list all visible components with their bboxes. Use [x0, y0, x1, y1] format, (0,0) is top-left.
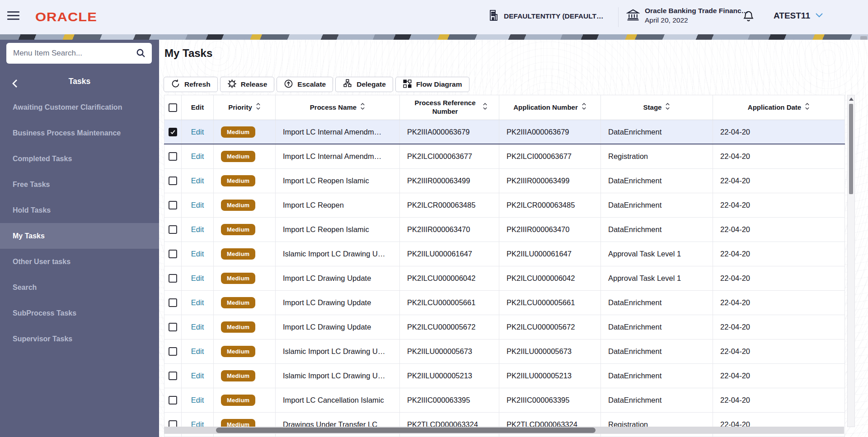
header-application-number[interactable]: Application Number: [499, 95, 601, 120]
refresh-icon: [171, 79, 180, 90]
row-checkbox[interactable]: [169, 128, 177, 136]
process-reference-cell: PK2IILU000005673: [400, 339, 499, 363]
stage-cell: DataEnrichment: [601, 364, 713, 388]
application-number-cell: PK2ILCI000063677: [499, 144, 601, 168]
header-application-date[interactable]: Application Date: [713, 95, 845, 120]
sort-icon[interactable]: [582, 102, 586, 113]
sort-icon[interactable]: [665, 102, 670, 113]
entity-label: DEFAULTENTITY (DEFAULT…: [504, 12, 603, 20]
select-all-checkbox[interactable]: [169, 103, 177, 112]
row-checkbox[interactable]: [169, 274, 177, 283]
edit-link[interactable]: Edit: [191, 298, 204, 307]
row-checkbox[interactable]: [169, 250, 177, 258]
row-checkbox[interactable]: [169, 298, 177, 307]
stage-cell: Approval Task Level 1: [601, 242, 713, 266]
sidebar-item-hold-tasks[interactable]: Hold Tasks: [0, 197, 159, 223]
edit-link[interactable]: Edit: [191, 152, 204, 161]
sidebar-item-business-process-maintenance[interactable]: Business Process Maintenance: [0, 120, 159, 146]
user-menu[interactable]: ATEST11: [774, 11, 823, 21]
stage-cell: DataEnrichment: [601, 339, 713, 363]
sort-icon[interactable]: [360, 102, 365, 113]
row-checkbox[interactable]: [169, 396, 177, 404]
tasks-table: Edit Priority Process Name Process Refer…: [164, 95, 845, 437]
sidebar-item-other-user-tasks[interactable]: Other User tasks: [0, 249, 159, 274]
edit-link[interactable]: Edit: [191, 323, 204, 331]
sidebar-item-my-tasks[interactable]: My Tasks: [0, 223, 159, 249]
flow-diagram-button[interactable]: Flow Diagram: [395, 77, 469, 92]
application-date-cell: 22-04-20: [713, 339, 845, 363]
table-row: Edit Medium Import LC Drawing Update PK2…: [164, 291, 845, 315]
row-checkbox[interactable]: [169, 225, 177, 234]
process-name-cell: Import LC Internal Amendm…: [276, 120, 400, 144]
application-date-cell: 22-04-20: [713, 169, 845, 193]
priority-badge: Medium: [221, 200, 255, 211]
row-checkbox[interactable]: [169, 347, 177, 356]
notifications-bell-icon[interactable]: [742, 10, 755, 25]
row-checkbox[interactable]: [169, 201, 177, 209]
scroll-up-arrow[interactable]: [848, 95, 854, 102]
header-priority[interactable]: Priority: [214, 95, 276, 120]
building-icon: [488, 9, 499, 23]
horizontal-scroll-thumb[interactable]: [216, 428, 596, 433]
vertical-scroll-thumb[interactable]: [849, 104, 853, 194]
table-horizontal-scrollbar[interactable]: [164, 427, 844, 434]
header-process-reference-number[interactable]: Process Reference Number: [400, 95, 499, 120]
stage-cell: DataEnrichment: [601, 120, 713, 144]
application-date-cell: 22-04-20: [713, 242, 845, 266]
process-reference-cell: PK2ILCI000063677: [400, 144, 499, 168]
edit-link[interactable]: Edit: [191, 347, 204, 356]
stage-cell: DataEnrichment: [601, 388, 713, 412]
release-button[interactable]: Release: [220, 77, 275, 92]
process-reference-cell: PK2IILU000061647: [400, 242, 499, 266]
table-vertical-scrollbar[interactable]: [847, 95, 855, 427]
process-name-cell: Import LC Drawing Update: [276, 315, 400, 339]
toolbar: Refresh Release Escalate: [164, 77, 469, 92]
application-number-cell: PK2IIIA000063679: [499, 120, 601, 144]
hamburger-menu-icon[interactable]: [7, 11, 20, 23]
escalate-button[interactable]: Escalate: [277, 77, 333, 92]
priority-badge: Medium: [221, 175, 255, 186]
process-reference-cell: PK2IIIR000063470: [400, 218, 499, 242]
sidebar-item-subprocess-tasks[interactable]: SubProcess Tasks: [0, 300, 159, 326]
back-chevron-icon[interactable]: [12, 77, 18, 95]
entity-selector[interactable]: DEFAULTENTITY (DEFAULT…: [488, 9, 603, 23]
branch-date: April 20, 2022: [645, 16, 748, 25]
sidebar-item-completed-tasks[interactable]: Completed Tasks: [0, 146, 159, 172]
sort-icon[interactable]: [805, 102, 810, 113]
header-select-all: [164, 95, 182, 120]
row-checkbox[interactable]: [169, 372, 177, 380]
menu-search-input[interactable]: [6, 43, 136, 64]
sidebar-item-free-tasks[interactable]: Free Tasks: [0, 172, 159, 197]
edit-link[interactable]: Edit: [191, 396, 204, 404]
header-stage[interactable]: Stage: [601, 95, 713, 120]
priority-badge: Medium: [221, 151, 255, 162]
branch-info[interactable]: Oracle Banking Trade Financ… April 20, 2…: [626, 6, 748, 25]
stage-cell: DataEnrichment: [601, 315, 713, 339]
edit-link[interactable]: Edit: [191, 250, 204, 258]
edit-link[interactable]: Edit: [191, 225, 204, 234]
search-icon[interactable]: [136, 48, 146, 59]
refresh-button[interactable]: Refresh: [164, 77, 218, 92]
process-name-cell: Import LC Drawing Update: [276, 266, 400, 290]
delegate-button[interactable]: Delegate: [335, 77, 393, 92]
header-divider: [618, 7, 619, 27]
edit-link[interactable]: Edit: [191, 128, 204, 136]
header-process-name[interactable]: Process Name: [276, 95, 400, 120]
edit-link[interactable]: Edit: [191, 274, 204, 283]
sidebar-item-awaiting-customer-clarification[interactable]: Awaiting Customer Clarification: [0, 94, 159, 120]
top-header-bar: ORACLE DEFAULTENTITY (DEFAULT… Oracle Ba…: [0, 0, 868, 34]
sidebar-item-supervisor-tasks[interactable]: Supervisor Tasks: [0, 326, 159, 352]
table-row: Edit Medium Import LC Internal Amendm… P…: [164, 144, 845, 169]
process-name-cell: Import LC Cancellation Islamic: [276, 388, 400, 412]
sort-icon[interactable]: [256, 102, 261, 113]
process-name-cell: Import LC Reopen Islamic: [276, 218, 400, 242]
edit-link[interactable]: Edit: [191, 201, 204, 209]
row-checkbox[interactable]: [169, 323, 177, 331]
row-checkbox[interactable]: [169, 177, 177, 185]
sidebar-item-search[interactable]: Search: [0, 274, 159, 300]
stage-cell: DataEnrichment: [601, 193, 713, 217]
sort-icon[interactable]: [483, 102, 488, 113]
row-checkbox[interactable]: [169, 152, 177, 161]
edit-link[interactable]: Edit: [191, 177, 204, 185]
edit-link[interactable]: Edit: [191, 372, 204, 380]
